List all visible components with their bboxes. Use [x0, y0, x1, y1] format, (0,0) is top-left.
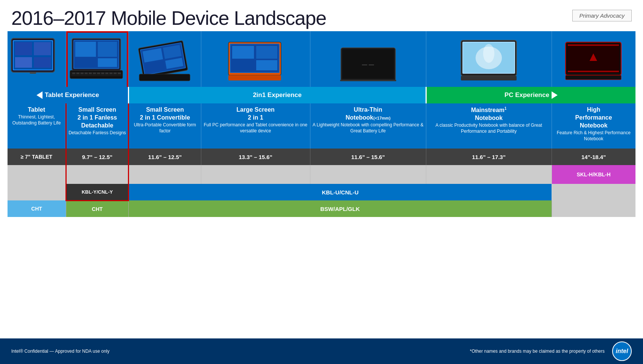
- large-2in1-name2: 2 in 1: [203, 114, 308, 121]
- svg-rect-27: [114, 73, 117, 74]
- large-2in1-image-cell: [201, 31, 310, 87]
- high-perf-name3: Notebook: [554, 122, 634, 129]
- chip1-mainstream: [426, 165, 552, 184]
- high-perf-name1: High: [554, 106, 634, 113]
- bsw-label: BSW/APL/GLK: [129, 206, 552, 212]
- experience-header-row: Tablet Experience 2in1 Experience PC Exp…: [8, 87, 635, 103]
- tablet-device-image: [8, 36, 66, 83]
- high-perf-device-image: [562, 36, 625, 83]
- sizes-row: ≥ 7" TABLET 9.7" – 12.5" 11.6" – 12.5" 1…: [8, 149, 635, 165]
- svg-rect-61: [565, 75, 621, 80]
- chip-row-1: SKL-H/KBL-H: [8, 165, 635, 184]
- chip2-high-perf: [552, 184, 635, 200]
- svg-rect-28: [118, 73, 121, 74]
- small-convertible-type-cell: Small Screen 2 in 1 Convertible Ultra-Po…: [129, 103, 201, 149]
- ultra-thin-type-cell: Ultra-Thin Notebook(<17mm) A Lightweight…: [310, 103, 426, 149]
- chip1-small-fanless: [66, 165, 129, 184]
- twoin1-exp-label: 2in1 Experience: [253, 91, 301, 99]
- mainstream-device-image: [458, 36, 520, 83]
- chip-row-2: KBL-Y/CNL-Y KBL-U/CNL-U: [8, 184, 635, 200]
- svg-rect-17: [72, 73, 75, 74]
- skl-h-text: SKL-H/KBL-H: [577, 171, 611, 177]
- svg-rect-54: [461, 76, 517, 80]
- chip3-small-fanless: CHT: [66, 200, 129, 217]
- intel-text: intel: [616, 348, 628, 355]
- landscape-table: — —: [8, 31, 635, 217]
- device-types-row: Tablet Thinnest, Lightest, Outstanding B…: [8, 103, 635, 149]
- content-wrapper: — —: [0, 29, 643, 338]
- high-perf-name2: Performance: [554, 114, 634, 121]
- svg-rect-40: [232, 46, 254, 59]
- chip2-tablet: [8, 184, 66, 200]
- svg-point-53: [483, 44, 494, 63]
- page-title: 2016–2017 Mobile Device Landscape: [11, 7, 326, 29]
- chip1-large-2in1: [201, 165, 310, 184]
- svg-rect-18: [76, 73, 79, 74]
- cht-tablet-text: CHT: [31, 206, 42, 212]
- svg-rect-36: [139, 74, 190, 81]
- tablet-size-cell: ≥ 7" TABLET: [8, 149, 66, 165]
- small-fanless-name1: Small Screen: [68, 106, 126, 113]
- footer-right-area: *Other names and brands may be claimed a…: [470, 341, 632, 361]
- svg-rect-24: [101, 73, 104, 74]
- high-perf-image-cell: [552, 31, 635, 87]
- mainstream-type-cell: Mainstream1 Notebook A classic Productiv…: [426, 103, 552, 149]
- svg-rect-44: [228, 75, 281, 80]
- chip1-high-perf: SKL-H/KBL-H: [552, 165, 635, 184]
- mainstream-image-cell: [426, 31, 552, 87]
- svg-rect-58: [568, 44, 619, 46]
- page-container: 2016–2017 Mobile Device Landscape Primar…: [0, 0, 643, 364]
- tablet-type-sub1: Thinnest, Lightest,: [9, 114, 64, 120]
- small-fanless-type-cell: Small Screen 2 in 1 Fanless Detachable D…: [66, 103, 129, 149]
- svg-rect-19: [81, 73, 84, 74]
- pc-arrow-right: [552, 91, 558, 99]
- ultra-thin-name2: Notebook(<17mm): [312, 114, 424, 121]
- svg-rect-20: [85, 73, 88, 74]
- ultra-thin-size: 11.6" – 15.6": [351, 154, 385, 160]
- svg-rect-3: [15, 42, 32, 55]
- svg-rect-21: [89, 73, 92, 74]
- primary-advocacy-badge: Primary Advocacy: [572, 10, 632, 21]
- ultra-thin-sub: A Lightweight Notebook with compelling P…: [312, 122, 424, 134]
- high-perf-size: 14"-18.4": [581, 154, 606, 160]
- tablet-type-sub2: Outstanding Battery Life: [9, 120, 64, 126]
- svg-rect-4: [34, 42, 51, 55]
- kbl-u-text: KBL-U/CNL-U: [322, 189, 359, 196]
- small-fanless-size-cell: 9.7" – 12.5": [66, 149, 129, 165]
- chip1-ultra-thin: [310, 165, 426, 184]
- small-conv-name1: Small Screen: [131, 106, 199, 113]
- cht-small-label: CHT: [66, 206, 128, 212]
- mainstream-name2: Notebook: [428, 115, 550, 121]
- svg-rect-47: [340, 80, 396, 81]
- footer-left: Intel® Confidential — Approved for NDA u…: [11, 349, 109, 354]
- devices-image-row: — —: [8, 31, 635, 87]
- ultra-thin-device-image: — —: [337, 36, 399, 83]
- chip1-small-conv: [129, 165, 201, 184]
- tablet-experience-header: Tablet Experience: [8, 87, 129, 103]
- svg-rect-12: [98, 42, 117, 57]
- high-perf-type-cell: High Performance Notebook Feature Rich &…: [552, 103, 635, 149]
- large-2in1-size: 13.3" – 15.6": [239, 154, 272, 160]
- svg-text:— —: — —: [362, 62, 374, 68]
- ultra-thin-name1: Ultra-Thin: [312, 106, 424, 113]
- tablet-type-name: Tablet: [9, 106, 64, 113]
- chip3-high-perf: [552, 200, 635, 217]
- chip-row-3: CHT CHT BSW/APL/GLK: [8, 200, 635, 217]
- svg-rect-22: [93, 73, 96, 74]
- svg-rect-26: [109, 73, 112, 74]
- tablet-type-cell: Tablet Thinnest, Lightest, Outstanding B…: [8, 103, 66, 149]
- mainstream-size-cell: 11.6" – 17.3": [426, 149, 552, 165]
- chip2-small-fanless: KBL-Y/CNL-Y: [66, 184, 129, 200]
- high-perf-size-cell: 14"-18.4": [552, 149, 635, 165]
- svg-rect-11: [75, 42, 96, 57]
- small-fanless-name2: 2 in 1 Fanless: [68, 114, 126, 121]
- svg-rect-23: [97, 73, 100, 74]
- pc-exp-label: PC Experience: [505, 91, 549, 99]
- chip3-bsw: BSW/APL/GLK: [129, 200, 552, 217]
- small-convertible-image-cell: [129, 31, 201, 87]
- mainstream-sub: A classic Productivity Notebook with bal…: [428, 123, 550, 134]
- small-conv-name2: 2 in 1 Convertible: [131, 114, 199, 121]
- footer-right: *Other names and brands may be claimed a…: [470, 349, 605, 354]
- kbl-u-label: KBL-U/CNL-U: [129, 189, 552, 196]
- small-convertible-device-image: [134, 36, 196, 83]
